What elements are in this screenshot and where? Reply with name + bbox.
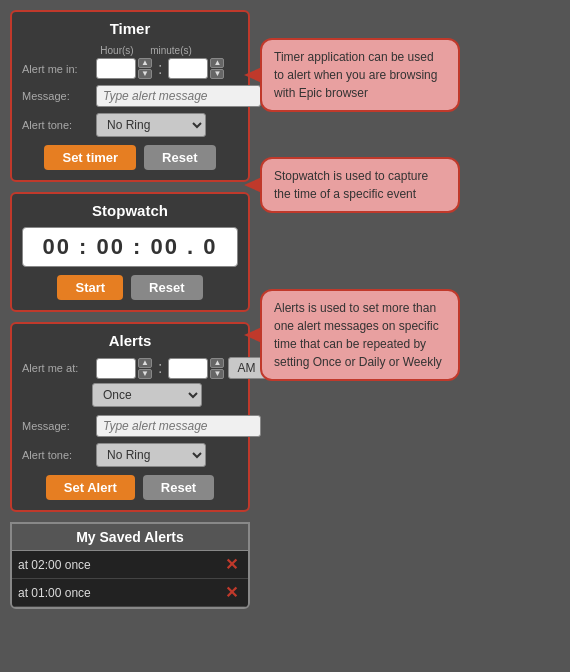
timer-callout-text: Timer application can be used to alert w… xyxy=(274,50,437,100)
alerts-reset-button[interactable]: Reset xyxy=(143,475,214,500)
stopwatch-title: Stopwatch xyxy=(22,202,238,219)
alerts-time-row: Alert me at: 1 ▲ ▼ : 0 ▲ ▼ AM PM xyxy=(22,357,238,379)
alerts-title: Alerts xyxy=(22,332,238,349)
saved-alerts-section: My Saved Alerts at 02:00 once ✕ at 01:00… xyxy=(10,522,250,609)
timer-tone-row: Alert tone: No Ring Bell Chime xyxy=(22,113,238,137)
alert-hour-down-btn[interactable]: ▼ xyxy=(138,369,152,379)
hour-spinner: 0 ▲ ▼ xyxy=(96,58,152,79)
alert-minute-up-btn[interactable]: ▲ xyxy=(210,358,224,368)
alerts-callout-arrow xyxy=(244,327,262,343)
alert-minute-spinner: 0 ▲ ▼ xyxy=(168,358,224,379)
alert-minute-input[interactable]: 0 xyxy=(168,358,208,379)
alerts-message-input[interactable] xyxy=(96,415,261,437)
stopwatch-callout-arrow xyxy=(244,177,262,193)
alerts-tone-row: Alert tone: No Ring Bell Chime xyxy=(22,443,238,467)
alerts-btn-row: Set Alert Reset xyxy=(22,475,238,500)
alert-hour-spinner: 1 ▲ ▼ xyxy=(96,358,152,379)
alerts-section: Alerts Alert me at: 1 ▲ ▼ : 0 ▲ ▼ AM PM xyxy=(10,322,250,512)
tone-label: Alert tone: xyxy=(22,119,92,131)
stopwatch-callout-text: Stopwatch is used to capture the time of… xyxy=(274,169,428,201)
saved-alert-row-1: at 02:00 once ✕ xyxy=(12,551,248,579)
alerts-tone-label: Alert tone: xyxy=(22,449,92,461)
minute-down-btn[interactable]: ▼ xyxy=(210,69,224,79)
alerts-callout-wrap: Alerts is used to set more than one aler… xyxy=(260,240,560,400)
timer-tone-select[interactable]: No Ring Bell Chime xyxy=(96,113,206,137)
alert-hour-btns: ▲ ▼ xyxy=(138,358,152,379)
stopwatch-reset-button[interactable]: Reset xyxy=(131,275,202,300)
alert-hour-up-btn[interactable]: ▲ xyxy=(138,358,152,368)
saved-alert-text-2: at 01:00 once xyxy=(18,586,217,600)
hour-input[interactable]: 0 xyxy=(96,58,136,79)
alert-me-at-label: Alert me at: xyxy=(22,362,92,374)
saved-alerts-title: My Saved Alerts xyxy=(12,524,248,551)
stopwatch-callout-wrap: Stopwatch is used to capture the time of… xyxy=(260,130,560,230)
right-panel: Timer application can be used to alert w… xyxy=(260,10,560,662)
timer-section: Timer Hour(s) minute(s) Alert me in: 0 ▲… xyxy=(10,10,250,182)
alert-me-label: Alert me in: xyxy=(22,63,92,75)
alerts-message-row: Message: xyxy=(22,415,238,437)
left-panel: Timer Hour(s) minute(s) Alert me in: 0 ▲… xyxy=(10,10,250,662)
saved-alert-row-2: at 01:00 once ✕ xyxy=(12,579,248,607)
alert-minute-down-btn[interactable]: ▼ xyxy=(210,369,224,379)
start-button[interactable]: Start xyxy=(57,275,123,300)
saved-alert-text-1: at 02:00 once xyxy=(18,558,217,572)
stopwatch-display: 00 : 00 : 00 . 0 xyxy=(22,227,238,267)
timer-callout: Timer application can be used to alert w… xyxy=(260,38,460,112)
alerts-callout-text: Alerts is used to set more than one aler… xyxy=(274,301,442,369)
set-timer-button[interactable]: Set timer xyxy=(44,145,136,170)
timer-btn-row: Set timer Reset xyxy=(22,145,238,170)
repeat-row: Once Daily Weekly xyxy=(22,383,238,411)
alerts-message-label: Message: xyxy=(22,420,92,432)
alert-colon: : xyxy=(158,359,162,377)
stopwatch-section: Stopwatch 00 : 00 : 00 . 0 Start Reset xyxy=(10,192,250,312)
hour-col-label: Hour(s) xyxy=(92,45,142,56)
timer-title: Timer xyxy=(22,20,238,37)
minute-spinner-btns: ▲ ▼ xyxy=(210,58,224,79)
stopwatch-btn-row: Start Reset xyxy=(22,275,238,300)
minute-spinner: 0 ▲ ▼ xyxy=(168,58,224,79)
alert-minute-btns: ▲ ▼ xyxy=(210,358,224,379)
stopwatch-callout: Stopwatch is used to capture the time of… xyxy=(260,157,460,213)
timer-col-labels: Hour(s) minute(s) xyxy=(92,45,238,56)
hour-up-btn[interactable]: ▲ xyxy=(138,58,152,68)
message-label: Message: xyxy=(22,90,92,102)
delete-alert-1-button[interactable]: ✕ xyxy=(221,555,242,574)
hour-down-btn[interactable]: ▼ xyxy=(138,69,152,79)
set-alert-button[interactable]: Set Alert xyxy=(46,475,135,500)
timer-message-input[interactable] xyxy=(96,85,261,107)
minute-col-label: minute(s) xyxy=(146,45,196,56)
alert-hour-input[interactable]: 1 xyxy=(96,358,136,379)
alerts-callout: Alerts is used to set more than one aler… xyxy=(260,289,460,381)
timer-callout-arrow xyxy=(244,67,262,83)
timer-callout-wrap: Timer application can be used to alert w… xyxy=(260,20,560,120)
minute-input[interactable]: 0 xyxy=(168,58,208,79)
hour-spinner-btns: ▲ ▼ xyxy=(138,58,152,79)
delete-alert-2-button[interactable]: ✕ xyxy=(221,583,242,602)
timer-alert-row: Alert me in: 0 ▲ ▼ : 0 ▲ ▼ xyxy=(22,58,238,79)
timer-message-row: Message: xyxy=(22,85,238,107)
minute-up-btn[interactable]: ▲ xyxy=(210,58,224,68)
timer-reset-button[interactable]: Reset xyxy=(144,145,215,170)
repeat-select[interactable]: Once Daily Weekly xyxy=(92,383,202,407)
time-colon: : xyxy=(158,60,162,78)
alerts-tone-select[interactable]: No Ring Bell Chime xyxy=(96,443,206,467)
